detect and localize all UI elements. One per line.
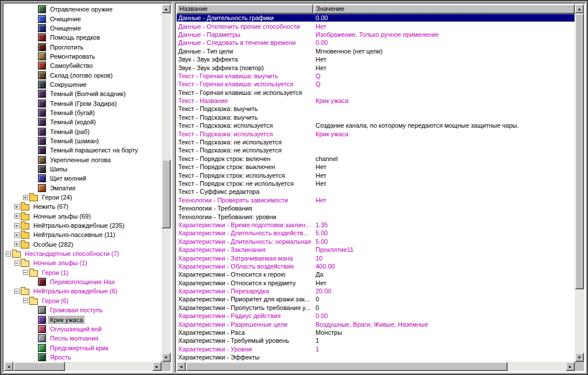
tree-item[interactable]: Темный (шаман) bbox=[4, 136, 162, 146]
scrollbar-thumb[interactable] bbox=[186, 362, 508, 371]
property-row[interactable]: Текст - Подсказка: используетсяСоздание … bbox=[176, 121, 575, 129]
expand-icon[interactable]: + bbox=[23, 195, 28, 200]
tree-item[interactable]: Песнь молчания bbox=[4, 334, 162, 343]
tree-item[interactable]: +Нейтрально-враждебные (235) bbox=[4, 221, 162, 230]
tree-item[interactable]: −Нейтрально-враждебные (6) bbox=[4, 286, 162, 296]
property-row[interactable]: Характеристики - Приоритет для кражи зак… bbox=[176, 295, 575, 303]
property-row[interactable]: Характеристики - Перезарядка20.00 bbox=[176, 287, 575, 295]
tree-item[interactable]: −Герои (1) bbox=[4, 268, 162, 277]
scrollbar-thumb[interactable] bbox=[162, 159, 171, 228]
property-row[interactable]: Текст - Горячая клавиша: выучитьQ bbox=[176, 72, 575, 80]
property-row[interactable]: Текст - Порядок строк: используетсяНет bbox=[176, 171, 575, 179]
property-row[interactable]: Характеристики - Относится к героюДа bbox=[176, 270, 575, 278]
scroll-left-icon[interactable]: ◄ bbox=[4, 362, 13, 371]
property-row[interactable]: Текст - Подсказка: не используется bbox=[176, 138, 575, 146]
tree-item[interactable]: +Нейтрально-пассивные (11) bbox=[4, 230, 162, 239]
tree-item[interactable]: Оглушающий вой bbox=[4, 324, 162, 334]
tree-item[interactable]: Эмпатия bbox=[4, 183, 162, 193]
tree-item[interactable]: +Герои (24) bbox=[4, 193, 162, 202]
property-row[interactable]: Текст - Горячая клавиша: не используется bbox=[176, 89, 575, 97]
property-row[interactable]: Текст - Подсказка: используетсяКрик ужас… bbox=[176, 129, 575, 137]
property-row[interactable]: Текст - Горячая клавиша: используетсяQ bbox=[176, 80, 575, 88]
scroll-right-icon[interactable]: ► bbox=[152, 362, 162, 371]
property-row[interactable]: Характеристики - Разрешенные целиВоздушн… bbox=[176, 320, 575, 328]
property-row[interactable]: Данные - Отключить прочие способностиНет bbox=[176, 22, 575, 30]
tree-item[interactable]: +Нежить (67) bbox=[4, 202, 162, 211]
tree-item[interactable]: −Ночные эльфы (1) bbox=[4, 258, 162, 267]
property-row[interactable]: Данные - ПараметрыИзображение, Только ру… bbox=[176, 30, 575, 39]
scrollbar-thumb[interactable] bbox=[13, 362, 65, 371]
scrollbar-thumb[interactable] bbox=[575, 13, 584, 289]
scroll-up-icon[interactable]: ▲ bbox=[575, 4, 584, 13]
tree-item[interactable]: Очищение bbox=[4, 24, 162, 33]
property-row[interactable]: Текст - Подсказка: выучить bbox=[176, 105, 575, 113]
property-row[interactable]: Данные - Длительность графики0.00 bbox=[176, 14, 575, 22]
collapse-icon[interactable]: − bbox=[23, 270, 28, 275]
property-row[interactable]: Характеристики - РасаМонстры bbox=[176, 328, 575, 336]
tree-item[interactable]: +Ночные эльфы (69) bbox=[4, 212, 162, 221]
tree-item[interactable]: Склад (логово орков) bbox=[4, 70, 162, 79]
expand-icon[interactable]: + bbox=[14, 204, 20, 209]
tree-horizontal-scrollbar[interactable]: ◄ ► bbox=[4, 362, 162, 371]
tree-item[interactable]: Темный (бугай) bbox=[4, 108, 162, 117]
tree-item[interactable]: −Нестандартные способности (7) bbox=[4, 249, 162, 258]
property-row[interactable]: Характеристики - Время подготовки заклин… bbox=[176, 221, 575, 229]
tree-item[interactable]: Самоубийство bbox=[4, 61, 162, 70]
property-row[interactable]: Текст - Порядок строк: включенchannel bbox=[176, 155, 575, 163]
tree-vertical-scrollbar[interactable]: ▲ ▼ bbox=[162, 4, 171, 362]
property-row[interactable]: Характеристики - Относится к предметуНет bbox=[176, 279, 575, 287]
property-row[interactable]: Текст - Подсказка: не используется bbox=[176, 146, 575, 154]
collapse-icon[interactable]: − bbox=[14, 261, 20, 266]
table-horizontal-scrollbar[interactable]: ◄ ► bbox=[176, 362, 575, 371]
tree-item[interactable]: Темный (Волчий всадник) bbox=[4, 89, 162, 98]
tree-item[interactable]: Щит молний bbox=[4, 174, 162, 183]
property-row[interactable]: Характеристики - Длительность: нормальна… bbox=[176, 238, 575, 246]
collapse-icon[interactable]: − bbox=[6, 251, 11, 257]
tree-item[interactable]: Предсмертный крик bbox=[4, 343, 162, 352]
expand-icon[interactable]: + bbox=[14, 242, 20, 247]
property-row[interactable]: Данные - Следовать в течение времени0.00 bbox=[176, 39, 575, 47]
tree-item[interactable]: +Особые (282) bbox=[4, 240, 162, 249]
property-row[interactable]: Звук - Звук эффектаНет bbox=[176, 55, 575, 63]
table-vertical-scrollbar[interactable]: ▲ ▼ bbox=[575, 4, 584, 362]
tree-item[interactable]: Сокрушение bbox=[4, 80, 162, 89]
property-row[interactable]: Текст - Суффикс редактора bbox=[176, 188, 575, 196]
property-row[interactable]: Текст - НазваниеКрик ужаса bbox=[176, 97, 575, 105]
scroll-left-icon[interactable]: ◄ bbox=[176, 362, 186, 371]
expand-icon[interactable]: + bbox=[14, 232, 20, 238]
property-row[interactable]: Характеристики - Уровни1 bbox=[176, 345, 575, 353]
tree-item[interactable]: Громовая поступь bbox=[4, 305, 162, 315]
expand-icon[interactable]: + bbox=[14, 223, 20, 228]
scroll-down-icon[interactable]: ▼ bbox=[162, 353, 171, 362]
tree-item[interactable]: Очищение bbox=[4, 14, 162, 23]
tree-item[interactable]: Укрепленные логова bbox=[4, 155, 162, 164]
property-row[interactable]: Характеристики - Требуемый уровень1 bbox=[176, 336, 575, 345]
tree-item[interactable]: Проглотить bbox=[4, 42, 162, 51]
tree-item[interactable]: Отравленное оружие bbox=[4, 5, 162, 14]
tree-item[interactable]: Шипы bbox=[4, 164, 162, 174]
tree-item[interactable]: Ремонтировать bbox=[4, 52, 162, 61]
scroll-right-icon[interactable]: ► bbox=[566, 362, 575, 371]
tree-item[interactable]: Ярость bbox=[4, 353, 162, 362]
property-row[interactable]: Характеристики - Радиус действия0.00 bbox=[176, 312, 575, 320]
column-header-name[interactable]: Название bbox=[176, 4, 313, 14]
tree-item[interactable]: Темный парашютист на борту bbox=[4, 146, 162, 155]
column-header-value[interactable]: Значение bbox=[313, 4, 575, 14]
scroll-up-icon[interactable]: ▲ bbox=[162, 4, 171, 13]
property-row[interactable]: Характеристики - Область воздействия400.… bbox=[176, 262, 575, 270]
property-row[interactable]: Текст - Подсказка: выучить bbox=[176, 113, 575, 121]
scroll-down-icon[interactable]: ▼ bbox=[575, 353, 584, 362]
property-row[interactable]: Технологии - Требования bbox=[176, 204, 575, 212]
property-row[interactable]: Характеристики - Затрачиваемая мана10 bbox=[176, 254, 575, 262]
property-row[interactable]: Текст - Порядок строк: не используетсяНе… bbox=[176, 179, 575, 188]
property-row[interactable]: Технологии - Требования: уровни bbox=[176, 212, 575, 220]
property-row[interactable]: Характеристики - Пропустить требования у… bbox=[176, 304, 575, 312]
tree-item[interactable]: Перевоплощение Нах bbox=[4, 277, 162, 286]
tree-item[interactable]: Помощь предков bbox=[4, 33, 162, 42]
tree-item[interactable]: −Герои (6) bbox=[4, 296, 162, 305]
property-row[interactable]: Звук - Звук эффекта (повтор)Нет bbox=[176, 63, 575, 71]
tree-item[interactable]: Темный (раб) bbox=[4, 127, 162, 136]
property-row[interactable]: Технологии - Проверять зависимостиНет bbox=[176, 196, 575, 204]
tree-item[interactable]: Крик ужаса bbox=[4, 315, 162, 324]
collapse-icon[interactable]: − bbox=[14, 289, 20, 294]
